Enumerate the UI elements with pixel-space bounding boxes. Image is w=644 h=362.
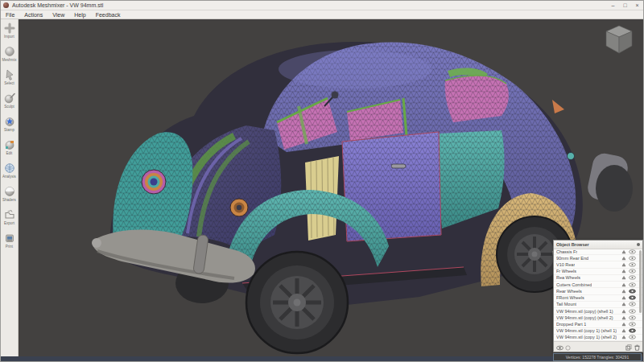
- sculpt-icon[interactable]: [621, 262, 626, 267]
- scrollbar-thumb[interactable]: [639, 250, 642, 313]
- duplicate-object-icon[interactable]: [625, 339, 632, 354]
- print-printer-icon: [4, 232, 15, 244]
- sculpt-icon[interactable]: [621, 282, 626, 287]
- tool-shaders[interactable]: Shaders: [1, 186, 19, 209]
- object-browser-panel: Object Browser Chassis Fr 90mm Rear End …: [553, 240, 643, 352]
- visibility-eye-icon[interactable]: [629, 309, 636, 314]
- mesh-stats-tooltip: Vertices: 152278 Triangles: 304291: [553, 353, 642, 361]
- far-headlight: [142, 170, 166, 194]
- visibility-eye-icon[interactable]: [629, 328, 636, 333]
- front-wheel: [246, 252, 348, 353]
- sculpt-icon[interactable]: [621, 309, 626, 314]
- analysis-wireframe-icon: [4, 162, 15, 174]
- window-title: Autodesk Meshmixer - VW 94mm.stl: [12, 2, 103, 8]
- close-button[interactable]: ×: [631, 1, 643, 10]
- object-browser-title: Object Browser: [556, 242, 589, 247]
- sculpt-icon[interactable]: [621, 322, 626, 327]
- import-plus-icon: [4, 23, 15, 34]
- title-bar: Autodesk Meshmixer - VW 94mm.stl – □ ×: [1, 1, 643, 10]
- sculpt-icon[interactable]: [621, 302, 626, 306]
- tool-export[interactable]: Export: [1, 209, 19, 232]
- menu-file[interactable]: File: [1, 12, 19, 18]
- tool-select[interactable]: Select: [1, 69, 19, 93]
- visibility-eye-icon[interactable]: [629, 275, 636, 280]
- menu-view[interactable]: View: [47, 12, 69, 18]
- object-row[interactable]: Rear Wheels: [554, 288, 642, 294]
- visibility-eye-icon[interactable]: [629, 295, 636, 300]
- sculpt-icon[interactable]: [621, 295, 626, 300]
- edit-sphere-icon: [4, 139, 15, 150]
- sculpt-icon[interactable]: [621, 249, 626, 254]
- select-arrow-icon: [4, 69, 15, 80]
- object-row[interactable]: VW 94mm.stl (copy 1) (shell 1): [554, 328, 642, 335]
- tool-import[interactable]: Import: [1, 23, 19, 46]
- visibility-eye-icon[interactable]: [629, 262, 636, 267]
- sculpt-brush-icon: [4, 93, 15, 104]
- menu-bar: File Actions View Help Feedback: [1, 10, 643, 19]
- sculpt-icon[interactable]: [621, 256, 626, 261]
- sculpt-icon[interactable]: [621, 328, 626, 333]
- visibility-eye-icon[interactable]: [629, 315, 636, 320]
- minimize-button[interactable]: –: [607, 1, 619, 10]
- stamp-star-icon: [4, 116, 15, 127]
- sculpt-icon[interactable]: [621, 275, 626, 280]
- visibility-eye-icon[interactable]: [629, 256, 636, 261]
- tool-meshmix[interactable]: Meshmix: [1, 46, 19, 69]
- taskbar-strip: [1, 356, 643, 361]
- menu-help[interactable]: Help: [69, 12, 90, 18]
- object-row[interactable]: Fr Wheels: [554, 269, 642, 275]
- mesh-stats-text: Vertices: 152278 Triangles: 304291: [566, 355, 629, 360]
- sculpt-icon[interactable]: [621, 269, 626, 274]
- object-list: Chassis Fr 90mm Rear End V10 Rear Fr Whe…: [554, 249, 642, 341]
- object-row[interactable]: VW 94mm.stl (copy) (shell 1): [554, 308, 642, 315]
- visibility-eye-icon[interactable]: [629, 302, 636, 306]
- viewport-3d[interactable]: [19, 19, 643, 356]
- object-browser-footer: [554, 341, 642, 352]
- sculpt-icon[interactable]: [621, 289, 626, 294]
- meshmixer-window: Autodesk Meshmixer - VW 94mm.stl – □ × F…: [0, 0, 644, 362]
- object-row[interactable]: Rea Wheels: [554, 275, 642, 282]
- delete-trash-icon[interactable]: [634, 339, 640, 354]
- visibility-eye-icon[interactable]: [629, 289, 636, 294]
- tool-edit[interactable]: Edit: [1, 139, 19, 162]
- object-row[interactable]: Chassis Fr: [554, 249, 642, 255]
- show-all-eye-icon[interactable]: [556, 339, 564, 354]
- tool-palette: Import Meshmix Select Sculpt Stamp Edit …: [1, 19, 19, 356]
- isolate-sphere-icon[interactable]: [565, 339, 571, 354]
- door-handle: [391, 164, 406, 168]
- near-headlight: [230, 199, 248, 216]
- menu-feedback[interactable]: Feedback: [91, 12, 126, 18]
- menu-actions[interactable]: Actions: [19, 12, 47, 18]
- object-row[interactable]: VW 94mm.stl (copy) (shell 2): [554, 315, 642, 321]
- object-row[interactable]: Tail Mount: [554, 302, 642, 308]
- tool-sculpt[interactable]: Sculpt: [1, 93, 19, 116]
- object-row[interactable]: V10 Rear: [554, 261, 642, 268]
- maximize-button[interactable]: □: [619, 1, 631, 10]
- tool-print[interactable]: Print: [1, 232, 19, 256]
- visibility-eye-icon[interactable]: [629, 322, 636, 327]
- object-row[interactable]: Cutters Combined: [554, 282, 642, 288]
- app-icon: [3, 2, 9, 8]
- tool-analysis[interactable]: Analysis: [1, 162, 19, 186]
- view-cube[interactable]: [601, 24, 637, 55]
- pin-icon[interactable]: [637, 243, 640, 246]
- object-row[interactable]: Dropped Part 1: [554, 321, 642, 327]
- sculpt-icon[interactable]: [621, 315, 626, 320]
- shaders-sphere-icon: [4, 186, 15, 197]
- meshmix-sphere-icon: [4, 46, 15, 57]
- export-folder-icon: [4, 209, 15, 220]
- visibility-eye-icon[interactable]: [629, 249, 636, 254]
- visibility-eye-icon[interactable]: [629, 282, 636, 287]
- object-row[interactable]: FRont Wheels: [554, 295, 642, 302]
- tool-stamp[interactable]: Stamp: [1, 116, 19, 139]
- visibility-eye-icon[interactable]: [629, 269, 636, 274]
- object-row[interactable]: 90mm Rear End: [554, 255, 642, 261]
